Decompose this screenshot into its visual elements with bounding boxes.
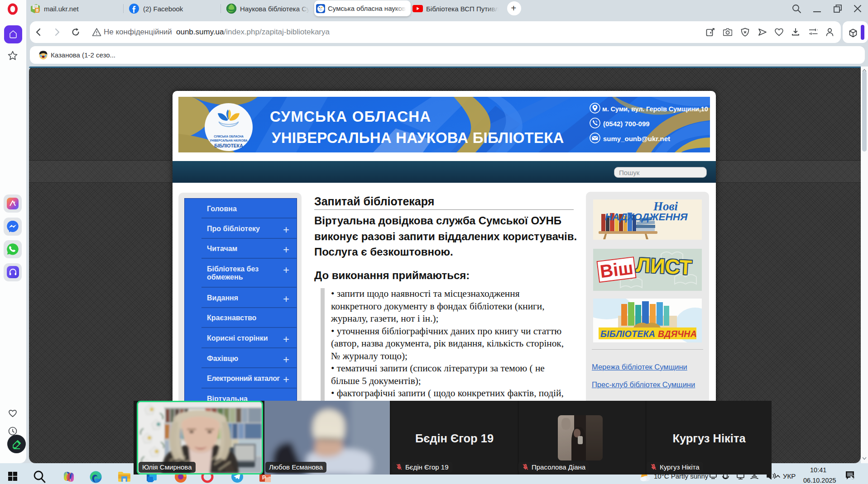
svg-text:P: P — [262, 475, 266, 481]
